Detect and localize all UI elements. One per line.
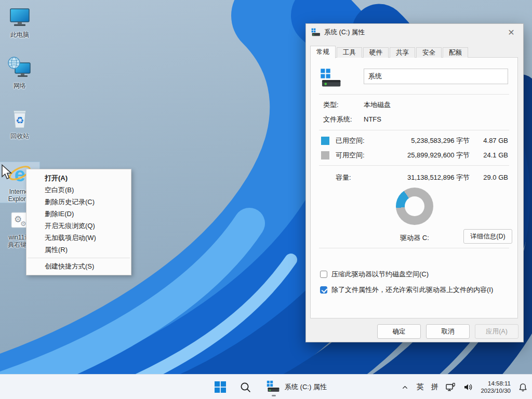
free-space-size: 24.1 GB [475,150,508,161]
ethernet-network-icon [445,382,456,392]
index-checkbox-row[interactable]: 除了文件属性外，还允许索引此驱动器上文件的内容(I) [320,285,510,295]
clock-date: 2023/10/30 [481,387,511,394]
tab-常规[interactable]: 常规 [310,46,336,58]
menu-item[interactable]: 创建快捷方式(S) [26,260,131,272]
svg-text:⚙: ⚙ [20,220,26,228]
apply-button[interactable]: 应用(A) [475,324,518,339]
search-button[interactable] [235,377,255,397]
start-button[interactable] [210,377,230,397]
menu-item[interactable]: 删除历史记录(C) [26,196,131,208]
menu-separator [28,258,130,258]
drive-caption: 驱动器 C: [363,233,467,243]
index-checkbox[interactable] [320,286,327,294]
menu-item[interactable]: 删除IE(D) [26,208,131,220]
ime-mode-indicator[interactable]: 拼 [431,382,438,392]
type-label: 类型: [323,100,339,110]
divider [319,165,509,166]
disk-usage-donut-chart [396,188,433,225]
divider [319,248,509,248]
close-icon[interactable]: ✕ [504,26,518,39]
windows-logo-icon [215,381,226,393]
speaker-icon [463,382,473,392]
menu-item[interactable]: 空白页(B) [26,184,131,196]
taskbar-task-drive-properties[interactable]: 系统 (C:) 属性 [260,377,333,397]
drive-icon [267,380,280,394]
desktop: 此电脑网络♻回收站eInternetExplorer⚙⚙win11还典右键.c … [0,0,532,399]
ime-language-indicator[interactable]: 英 [416,382,423,392]
menu-item[interactable]: 无加载项启动(W) [26,232,131,244]
task-label: 系统 (C:) 属性 [285,382,327,392]
drive-icon-large [320,68,342,90]
desktop-icon-label: 回收站 [0,132,39,140]
capacity-size: 29.0 GB [475,172,508,183]
tab-工具[interactable]: 工具 [337,47,362,58]
notifications-button[interactable] [518,382,528,392]
capacity-row: 容量: 31,138,512,896 字节 29.0 GB [321,172,508,183]
compress-checkbox-row[interactable]: 压缩此驱动器以节约磁盘空间(C) [320,270,510,279]
network-icon [0,56,39,81]
capacity-label: 容量: [336,172,351,183]
general-tab-page: 类型: 本地磁盘 文件系统: NTFS 已用空间: 5,238,583,296 … [310,57,518,318]
tray-chevron-button[interactable] [401,383,409,391]
free-space-row: 可用空间: 25,899,929,600 字节 24.1 GB [321,150,508,161]
free-space-legend-swatch [321,151,329,159]
taskbar: 系统 (C:) 属性 英 拼 [0,374,532,399]
recycle-bin-icon: ♻ [0,107,39,131]
dialog-buttons: 确定 取消 应用(A) [377,324,518,339]
pc-monitor-icon [0,5,39,30]
tab-硬件[interactable]: 硬件 [363,47,389,58]
drive-properties-dialog: 系统 (C:) 属性 ✕ 常规工具硬件共享安全配额 类型: 本地磁盘 文件系统:… [305,23,524,342]
dialog-titlebar[interactable]: 系统 (C:) 属性 ✕ [306,24,523,41]
clock-time: 14:58:11 [481,380,511,387]
menu-item[interactable]: 开启无痕浏览(Q) [26,220,131,232]
clock[interactable]: 14:58:11 2023/10/30 [481,380,511,394]
divider [319,130,509,130]
tab-共享[interactable]: 共享 [390,47,415,58]
desktop-icon-label: 网络 [0,82,39,89]
compress-checkbox[interactable] [320,271,327,278]
free-space-bytes: 25,899,929,600 字节 [407,150,470,161]
desktop-icon-network[interactable]: 网络 [0,56,39,89]
filesystem-label: 文件系统: [323,115,352,124]
ie-context-menu: 打开(A)空白页(B)删除历史记录(C)删除IE(D)开启无痕浏览(Q)无加载项… [26,169,131,275]
running-indicator [272,395,276,396]
bell-icon [518,382,528,392]
ok-button[interactable]: 确定 [377,324,421,339]
used-space-bytes: 5,238,583,296 字节 [411,136,470,146]
capacity-bytes: 31,138,512,896 字节 [407,172,470,183]
tab-安全[interactable]: 安全 [416,47,442,58]
network-tray-button[interactable] [445,382,456,392]
free-space-label: 可用空间: [336,150,365,161]
mouse-cursor [1,164,12,180]
svg-text:♻: ♻ [16,115,24,126]
desktop-icon-this-pc[interactable]: 此电脑 [0,5,39,38]
volume-label-input[interactable] [364,69,508,84]
filesystem-value: NTFS [364,115,381,124]
divider [319,94,509,95]
search-icon [240,382,251,393]
volume-tray-button[interactable] [463,382,473,392]
desktop-icon-label: 此电脑 [0,31,39,38]
menu-item[interactable]: 打开(A) [26,172,131,184]
chevron-up-icon [401,383,409,391]
used-space-legend-swatch [321,137,329,145]
type-value: 本地磁盘 [364,100,391,110]
index-checkbox-label: 除了文件属性外，还允许索引此驱动器上文件的内容(I) [331,285,493,295]
compress-checkbox-label: 压缩此驱动器以节约磁盘空间(C) [331,270,429,279]
dialog-title: 系统 (C:) 属性 [324,28,504,37]
used-space-row: 已用空间: 5,238,583,296 字节 4.87 GB [321,136,508,146]
desktop-icon-recycle-bin[interactable]: ♻回收站 [0,107,39,140]
cancel-button[interactable]: 取消 [426,324,470,339]
used-space-label: 已用空间: [336,136,365,146]
details-button[interactable]: 详细信息(D) [463,229,512,244]
tab-配额[interactable]: 配额 [443,47,468,58]
menu-item[interactable]: 属性(R) [26,244,131,256]
used-space-size: 4.87 GB [475,136,508,146]
drive-icon [311,28,321,37]
